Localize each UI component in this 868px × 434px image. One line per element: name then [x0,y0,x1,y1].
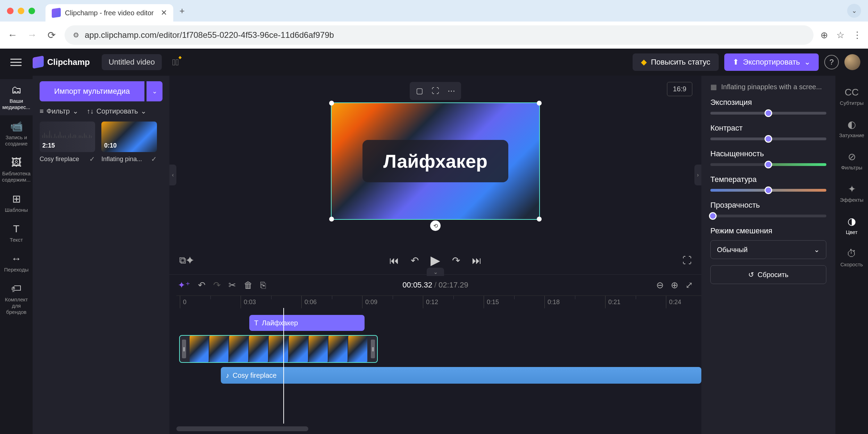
clip-trim-left[interactable]: || [182,340,186,358]
install-app-icon[interactable]: ⊕ [820,30,828,41]
undo-button[interactable]: ↶ [198,280,206,291]
fit-button[interactable]: ⛶ [428,84,443,98]
reset-button[interactable]: ↺ Сбросить [710,265,826,284]
app-name: Clipchamp [47,57,90,67]
reload-button[interactable]: ⟳ [45,30,58,41]
import-dropdown-button[interactable]: ⌄ [147,81,162,101]
rail-library[interactable]: 🖼Библиотека содержим... [0,152,33,188]
app-header: Clipchamp Untitled video ☁⃠◆ ◆ Повысить … [0,49,868,76]
opacity-slider[interactable] [710,215,826,217]
timeline-toggle-button[interactable]: ⌄ [427,268,444,276]
duplicate-button[interactable]: ⎘ [260,280,266,291]
tab-favicon-icon [52,8,61,18]
media-item[interactable]: 0:10 Inflating pina...✓ [101,122,157,163]
right-rail: CCСубтитры ◐Затухание ⊘Фильтры ✦Эффекты … [835,76,868,434]
fullscreen-button[interactable]: ⛶ [683,255,692,266]
timeline-ruler[interactable]: 00:030:060:090:120:150:180:210:24 [176,295,701,308]
media-item[interactable]: 2:15 Cosy fireplace✓ [40,122,95,163]
aspect-ratio-button[interactable]: 16:9 [667,82,692,96]
clip-trim-right[interactable]: || [371,340,375,358]
close-window-button[interactable] [7,8,14,14]
timeline-scrollbar[interactable] [176,426,694,431]
ruler-tick: 0:09 [362,296,377,308]
project-name-field[interactable]: Untitled video [102,54,162,70]
tabs-menu-button[interactable]: ⌄ [847,4,861,18]
next-frame-button[interactable]: ⏭ [472,255,482,266]
media-grid: 2:15 Cosy fireplace✓ 0:10 Inflating pina… [40,122,162,163]
prev-frame-button[interactable]: ⏮ [389,255,399,266]
tab-close-icon[interactable]: ✕ [161,8,167,17]
sort-button[interactable]: ↑↓Сортировать⌄ [87,107,147,115]
crop-button[interactable]: ▢ [412,84,427,98]
rotate-handle[interactable]: ⟲ [430,220,441,231]
split-button[interactable]: ✂ [228,280,236,291]
back-button[interactable]: ← [6,30,19,41]
media-thumb-audio[interactable]: 2:15 [40,122,95,152]
rail-fade[interactable]: ◐Затухание [835,112,868,145]
exposure-slider[interactable] [710,112,826,115]
ruler-tick: 0:12 [423,296,438,308]
cloud-sync-icon[interactable]: ☁⃠◆ [172,57,179,68]
play-button[interactable]: ▶ [431,253,440,268]
contrast-slider[interactable] [710,137,826,140]
zoom-in-button[interactable]: ⊕ [671,280,678,291]
maximize-window-button[interactable] [28,8,35,14]
import-media-button[interactable]: Импорт мультимедиа [40,81,144,101]
resize-handle-tl[interactable] [329,101,334,106]
filter-button[interactable]: ≡Фильтр⌄ [40,107,78,115]
playhead[interactable] [283,308,284,424]
media-icon: 🗂 [1,84,31,96]
redo-button[interactable]: ↷ [213,280,221,291]
timeline-tracks[interactable]: T Лайфхакер || || ♪ Cosy fireplace [176,308,701,424]
help-button[interactable]: ? [824,55,839,69]
upgrade-label: Повысить статус [651,58,710,67]
bookmark-icon[interactable]: ☆ [836,30,844,41]
text-overlay[interactable]: Лайфхакер [362,140,508,182]
rail-subtitles[interactable]: CCСубтитры [835,81,868,112]
more-button[interactable]: ⋯ [444,84,459,98]
rail-effects[interactable]: ✦Эффекты [835,177,868,209]
user-avatar[interactable] [844,54,860,70]
site-info-icon[interactable]: ⚙ [73,31,79,39]
rail-templates[interactable]: ⊞Шаблоны [0,188,33,218]
menu-button[interactable] [8,54,24,70]
scrollbar-thumb[interactable] [176,426,308,431]
video-clip[interactable]: || || [179,335,378,363]
forward-button[interactable]: ↷ [452,255,460,266]
browser-tab[interactable]: Clipchamp - free video editor ✕ [45,4,173,22]
resize-handle-br[interactable] [537,217,542,222]
media-thumb-video[interactable]: 0:10 [101,122,157,152]
audio-clip[interactable]: ♪ Cosy fireplace [221,367,701,384]
url-field[interactable]: ⚙ app.clipchamp.com/editor/1f708e55-0220… [65,25,813,45]
rail-text[interactable]: TТекст [0,218,33,248]
transitions-icon: ↔ [1,253,31,265]
media-panel: Импорт мультимедиа ⌄ ≡Фильтр⌄ ↑↓Сортиров… [33,76,169,434]
delete-button[interactable]: 🗑 [244,280,253,291]
zoom-fit-button[interactable]: ⤢ [685,280,693,291]
zoom-out-button[interactable]: ⊖ [656,280,664,291]
temperature-slider[interactable] [710,189,826,192]
app-logo[interactable]: Clipchamp [33,57,90,68]
rail-transitions[interactable]: ↔Переходы [0,248,33,278]
ai-button[interactable]: ✦⁺ [178,280,190,291]
rail-filters[interactable]: ⊘Фильтры [835,145,868,177]
minimize-window-button[interactable] [18,8,24,14]
blend-mode-select[interactable]: Обычный ⌄ [710,240,826,259]
saturation-slider[interactable] [710,163,826,166]
rail-speed[interactable]: ⏱Скорость [835,242,868,274]
text-clip[interactable]: T Лайфхакер [249,315,365,331]
export-button[interactable]: ⬆ Экспортировать ⌄ [724,53,819,71]
browser-menu-icon[interactable]: ⋮ [853,30,862,41]
detach-preview-button[interactable]: ⧉✦ [179,255,194,266]
rewind-button[interactable]: ↶ [411,255,419,266]
resize-handle-bl[interactable] [329,217,334,222]
rail-brand-kit[interactable]: 🏷Комплект для брендов [0,278,33,320]
resize-handle-tr[interactable] [537,101,542,106]
upgrade-button[interactable]: ◆ Повысить статус [633,53,719,71]
rail-color[interactable]: ◑Цвет [835,209,868,242]
forward-button[interactable]: → [26,30,38,41]
video-canvas[interactable]: Лайфхакер ⟲ [331,102,540,220]
rail-your-media[interactable]: 🗂Ваши медиарес... [0,79,33,115]
new-tab-button[interactable]: + [180,6,185,16]
rail-record[interactable]: 📹Запись и создание [0,115,33,152]
